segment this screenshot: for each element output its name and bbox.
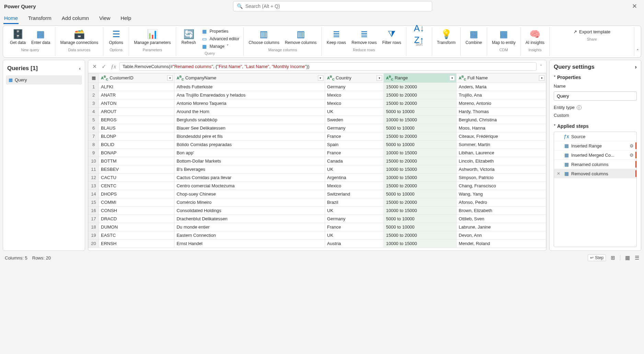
choose-columns-button[interactable]: ▥Choose columns bbox=[246, 28, 281, 46]
row-number[interactable]: 20 bbox=[89, 239, 99, 247]
cell[interactable]: Centro comercial Moctezuma bbox=[174, 181, 325, 190]
table-row[interactable]: 19EASTCEastern ConnectionUK15000 to 2000… bbox=[89, 231, 546, 239]
column-header[interactable]: ABCCountry▾ bbox=[325, 74, 384, 83]
column-header[interactable]: ABCFull Name▾ bbox=[457, 74, 546, 83]
applied-step[interactable]: ▦Renamed columns bbox=[554, 160, 636, 169]
cell[interactable]: Brazil bbox=[325, 198, 384, 206]
row-number[interactable]: 13 bbox=[89, 181, 99, 190]
cell[interactable]: Austria bbox=[325, 239, 384, 247]
table-row[interactable]: 7BLONPBlondesddsl pére et filsFrance1500… bbox=[89, 132, 546, 140]
map-entity-button[interactable]: ▦Map to entity bbox=[490, 28, 518, 46]
export-template-button[interactable]: ↗Export template bbox=[572, 28, 612, 36]
table-row[interactable]: 16CONSHConsolidated HoldingsUK10000 to 1… bbox=[89, 206, 546, 214]
cell[interactable]: 15000 to 20000 bbox=[384, 99, 457, 107]
ai-insights-button[interactable]: 🧠AI insights bbox=[524, 28, 547, 46]
cell[interactable]: 15000 to 20000 bbox=[384, 181, 457, 190]
cell[interactable]: DUMON bbox=[99, 223, 174, 231]
cell[interactable]: Blondesddsl pére et fils bbox=[174, 132, 325, 140]
cell[interactable]: Berglund, Christina bbox=[457, 115, 546, 124]
cell[interactable]: UK bbox=[325, 165, 384, 173]
table-row[interactable]: 20ERNSHErnst HandelAustria10000 to 15000… bbox=[89, 239, 546, 247]
cell[interactable]: 5000 to 10000 bbox=[384, 223, 457, 231]
column-header[interactable]: ABCRange▾ bbox=[384, 74, 457, 83]
cell[interactable]: BOTTM bbox=[99, 157, 174, 165]
cell[interactable]: DRACD bbox=[99, 214, 174, 223]
settings-collapse-button[interactable]: › bbox=[635, 64, 637, 70]
cell[interactable]: 10000 to 15000 bbox=[384, 165, 457, 173]
cell[interactable]: Germany bbox=[325, 124, 384, 132]
cell[interactable]: Chop-suey Chinese bbox=[174, 190, 325, 198]
diagram-view-button[interactable]: ⊞ bbox=[611, 255, 615, 261]
cell[interactable]: Bottom-Dollar Markets bbox=[174, 157, 325, 165]
column-header[interactable]: ABCCompanyName▾ bbox=[174, 74, 325, 83]
menu-transform[interactable]: Transform bbox=[27, 12, 52, 24]
gear-icon[interactable]: ⚙ bbox=[630, 153, 634, 158]
column-header[interactable]: ABCCustomerID▾ bbox=[99, 74, 174, 83]
delete-step-button[interactable]: ✕ bbox=[557, 171, 562, 176]
cell[interactable]: Moos, Hanna bbox=[457, 124, 546, 132]
cell[interactable]: 10000 to 15000 bbox=[384, 148, 457, 157]
cell[interactable]: Argentina bbox=[325, 173, 384, 181]
filter-button[interactable]: ▾ bbox=[449, 75, 455, 81]
get-data-button[interactable]: 🗄️Get data bbox=[8, 28, 28, 46]
cell[interactable]: Mexico bbox=[325, 91, 384, 99]
row-number[interactable]: 15 bbox=[89, 198, 99, 206]
sort-button[interactable]: A↓Z↑ bbox=[409, 28, 429, 41]
cell[interactable]: Consolidated Holdings bbox=[174, 206, 325, 214]
table-row[interactable]: 8BOLIDBólido Comidas preparadasSpain5000… bbox=[89, 140, 546, 148]
cell[interactable]: Anders, Maria bbox=[457, 82, 546, 91]
applied-step[interactable]: ▦Inserted Merged Co...⚙ bbox=[554, 151, 636, 160]
cell[interactable]: ANTON bbox=[99, 99, 174, 107]
table-row[interactable]: 4AROUTAround the HornUK5000 to 10000Hard… bbox=[89, 107, 546, 115]
cell[interactable]: Afonso, Pedro bbox=[457, 198, 546, 206]
cell[interactable]: Chang, Franscisco bbox=[457, 181, 546, 190]
cell[interactable]: Bon app' bbox=[174, 148, 325, 157]
step-button[interactable]: ↩Step bbox=[588, 254, 606, 261]
search-input[interactable] bbox=[245, 3, 428, 9]
row-number[interactable]: 10 bbox=[89, 157, 99, 165]
gear-icon[interactable]: ⚙ bbox=[630, 143, 634, 148]
formula-input[interactable]: Table.RemoveColumns(#"Renamed columns", … bbox=[119, 62, 537, 71]
table-row[interactable]: 13CENTCCentro comercial MoctezumaMexico1… bbox=[89, 181, 546, 190]
cell[interactable]: France bbox=[325, 132, 384, 140]
enter-data-button[interactable]: ▦Enter data bbox=[29, 28, 52, 46]
queries-collapse-button[interactable]: ‹ bbox=[79, 66, 81, 71]
cell[interactable]: 10000 to 15000 bbox=[384, 115, 457, 124]
formula-expand-button[interactable]: ˅ bbox=[539, 64, 543, 69]
table-row[interactable]: 1ALFKIAlfreds FutterkisteGermany15000 to… bbox=[89, 82, 546, 91]
applied-step[interactable]: ✕▦Removed columns bbox=[554, 169, 636, 178]
cell[interactable]: Lincoln, Elizabeth bbox=[457, 157, 546, 165]
menu-view[interactable]: View bbox=[99, 12, 111, 24]
cell[interactable]: Ottlieb, Sven bbox=[457, 214, 546, 223]
remove-rows-button[interactable]: ≣Remove rows bbox=[349, 28, 379, 46]
cell[interactable]: 15000 to 20000 bbox=[384, 198, 457, 206]
cell[interactable]: Alfreds Futterkiste bbox=[174, 82, 325, 91]
cell[interactable]: Brown, Elizabeth bbox=[457, 206, 546, 214]
cell[interactable]: Sweden bbox=[325, 115, 384, 124]
table-row[interactable]: 6BLAUSBlauer See DelikatessenGermany5000… bbox=[89, 124, 546, 132]
commit-formula-button[interactable]: ✓ bbox=[100, 63, 107, 70]
filter-button[interactable]: ▾ bbox=[167, 75, 173, 81]
search-box[interactable]: 🔍 bbox=[233, 1, 432, 11]
cell[interactable]: AROUT bbox=[99, 107, 174, 115]
cell[interactable]: 5000 to 10000 bbox=[384, 214, 457, 223]
row-number[interactable]: 12 bbox=[89, 173, 99, 181]
cell[interactable]: 10000 to 15000 bbox=[384, 206, 457, 214]
filter-button[interactable]: ▾ bbox=[318, 75, 323, 81]
filter-button[interactable]: ▾ bbox=[539, 75, 544, 81]
applied-step[interactable]: ƒxSource bbox=[554, 132, 636, 141]
cell[interactable]: Wang, Yang bbox=[457, 190, 546, 198]
row-number[interactable]: 14 bbox=[89, 190, 99, 198]
cell[interactable]: Sommer, Martin bbox=[457, 140, 546, 148]
table-row[interactable]: 3ANTONAntonio Moreno TaqueriaMexico15000… bbox=[89, 99, 546, 107]
cell[interactable]: UK bbox=[325, 231, 384, 239]
menu-add-column[interactable]: Add column bbox=[61, 12, 90, 24]
table-row[interactable]: 9BONAPBon app'France10000 to 15000Libiha… bbox=[89, 148, 546, 157]
cell[interactable]: Moreno, Antonio bbox=[457, 99, 546, 107]
row-number[interactable]: 9 bbox=[89, 148, 99, 157]
cell[interactable]: 15000 to 20000 bbox=[384, 132, 457, 140]
cell[interactable]: Libihan, Laurence bbox=[457, 148, 546, 157]
cell[interactable]: Switzerland bbox=[325, 190, 384, 198]
cell[interactable]: Blauer See Delikatessen bbox=[174, 124, 325, 132]
cell[interactable]: Citeaux, Frédérique bbox=[457, 132, 546, 140]
